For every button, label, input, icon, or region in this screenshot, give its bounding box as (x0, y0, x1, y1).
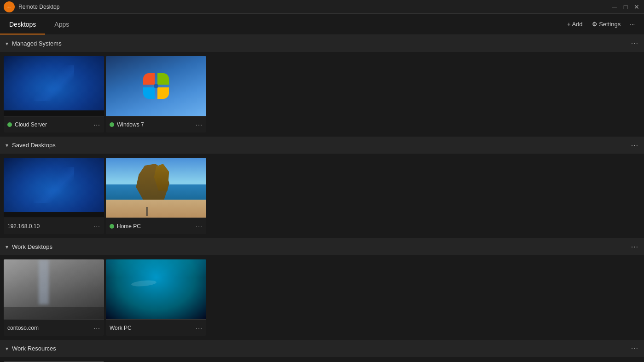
section-saved-desktops: ▾Saved Desktops··· 192.168.0.10··· Home … (0, 137, 644, 238)
minimize-button[interactable]: ─ (611, 3, 618, 11)
section-more-button[interactable]: ··· (631, 345, 638, 353)
chevron-down-icon[interactable]: ▾ (6, 40, 8, 47)
back-button[interactable]: ← (4, 1, 15, 12)
content-area: ▾Managed Systems··· Cloud Server··· Wind… (0, 35, 644, 362)
card-more-button[interactable]: ··· (196, 121, 203, 128)
section-title: Saved Desktops (12, 142, 631, 149)
section-more-button[interactable]: ··· (631, 40, 638, 48)
section-title: Managed Systems (12, 40, 631, 47)
section-more-button[interactable]: ··· (631, 243, 638, 251)
nav-right-controls: + Add ⚙ Settings ··· (563, 19, 644, 29)
desktop-card-windows-7[interactable]: Windows 7··· (106, 56, 206, 132)
section-more-button[interactable]: ··· (631, 141, 638, 149)
card-footer: Cloud Server··· (4, 116, 104, 132)
section-title: Work Resources (12, 345, 631, 352)
desktop-grid-managed-systems: Cloud Server··· Windows 7··· (0, 52, 644, 136)
card-name: contoso.com (7, 325, 93, 331)
nav-bar: Desktops Apps + Add ⚙ Settings ··· (0, 14, 644, 35)
settings-button[interactable]: ⚙ Settings (588, 19, 625, 29)
maximize-button[interactable]: □ (622, 3, 629, 11)
section-header-work-desktops: ▾Work Desktops··· (0, 238, 644, 256)
section-work-resources: ▾Work Resources··· Managed PC··· (0, 340, 644, 362)
add-button[interactable]: + Add (563, 19, 586, 29)
title-bar: ← Remote Desktop ─ □ ✕ (0, 0, 644, 14)
tab-desktops[interactable]: Desktops (0, 14, 45, 34)
card-more-button[interactable]: ··· (93, 223, 100, 230)
chevron-down-icon[interactable]: ▾ (6, 345, 8, 352)
desktop-grid-work-desktops: contoso.com··· Work PC··· (0, 256, 644, 339)
section-header-managed-systems: ▾Managed Systems··· (0, 35, 644, 52)
status-dot (110, 122, 114, 127)
card-more-button[interactable]: ··· (93, 121, 100, 128)
desktop-card-work-pc[interactable]: Work PC··· (106, 259, 206, 336)
status-dot (7, 122, 12, 127)
card-footer: Home PC··· (106, 218, 206, 234)
desktop-grid-saved-desktops: 192.168.0.10··· Home PC··· (0, 154, 644, 238)
desktop-card-192-168-0-10[interactable]: 192.168.0.10··· (4, 158, 104, 234)
card-footer: 192.168.0.10··· (4, 218, 104, 234)
card-name: Home PC (117, 223, 196, 230)
chevron-down-icon[interactable]: ▾ (6, 244, 8, 250)
chevron-down-icon[interactable]: ▾ (6, 142, 8, 149)
card-footer: contoso.com··· (4, 319, 104, 336)
tab-apps[interactable]: Apps (45, 14, 78, 34)
desktop-grid-work-resources: Managed PC··· (0, 357, 644, 362)
nav-more-button[interactable]: ··· (626, 19, 638, 29)
app-title: Remote Desktop (18, 4, 611, 10)
desktop-card-contoso-com[interactable]: contoso.com··· (4, 259, 104, 336)
section-header-work-resources: ▾Work Resources··· (0, 340, 644, 357)
section-title: Work Desktops (12, 243, 631, 250)
desktop-card-home-pc[interactable]: Home PC··· (106, 158, 206, 234)
card-footer: Work PC··· (106, 319, 206, 336)
card-name: 192.168.0.10 (7, 223, 93, 230)
back-icon: ← (6, 4, 12, 10)
close-button[interactable]: ✕ (633, 3, 640, 11)
card-name: Work PC (110, 325, 196, 331)
nav-tabs: Desktops Apps (0, 14, 78, 34)
card-name: Windows 7 (117, 121, 196, 128)
card-name: Cloud Server (15, 121, 93, 128)
window-controls: ─ □ ✕ (611, 3, 640, 11)
section-managed-systems: ▾Managed Systems··· Cloud Server··· Wind… (0, 35, 644, 136)
section-work-desktops: ▾Work Desktops··· contoso.com··· Work PC… (0, 238, 644, 339)
card-more-button[interactable]: ··· (196, 324, 203, 332)
card-more-button[interactable]: ··· (196, 223, 203, 230)
card-more-button[interactable]: ··· (93, 324, 100, 332)
section-header-saved-desktops: ▾Saved Desktops··· (0, 137, 644, 154)
desktop-card-cloud-server[interactable]: Cloud Server··· (4, 56, 104, 132)
status-dot (110, 224, 114, 229)
card-footer: Windows 7··· (106, 116, 206, 132)
